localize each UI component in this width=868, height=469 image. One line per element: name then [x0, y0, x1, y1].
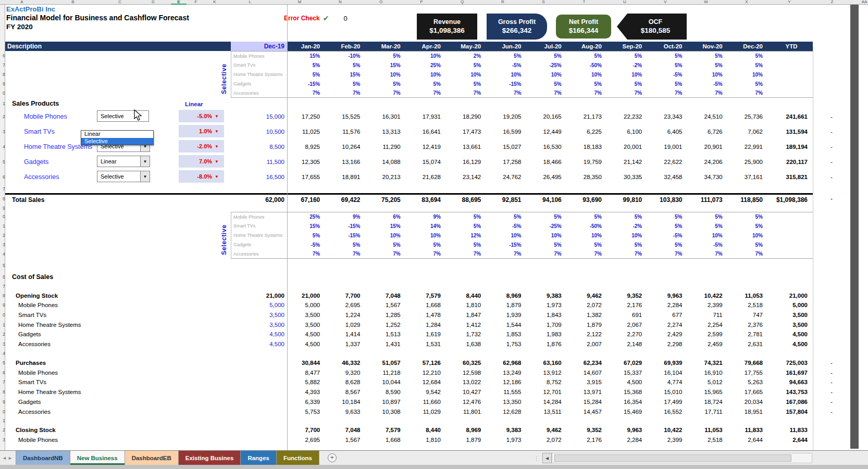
sheet-tab-dashboardeb[interactable]: DashboardEB [125, 451, 179, 465]
month-cell: 7,062 [730, 129, 770, 135]
month-cell: 5% [287, 233, 327, 238]
column-letter[interactable]: O [379, 0, 382, 5]
column-letter[interactable]: Y [788, 0, 790, 5]
month-cell: 103,830 [649, 196, 689, 204]
column-letter[interactable]: U [623, 0, 626, 5]
column-letter[interactable]: A [20, 0, 23, 5]
sheet-row: 2Gadgets4,5004,5001,4141,5131,6191,7321,… [0, 329, 868, 339]
sheet-tab-existing-busines[interactable]: Existing Busines [179, 451, 241, 465]
month-cell: 14,088 [368, 159, 408, 165]
month-cell: 5% [569, 81, 609, 87]
column-letter[interactable]: W [704, 0, 708, 5]
column-letter[interactable]: AA [862, 0, 867, 5]
column-letter[interactable]: K [213, 0, 216, 5]
column-letter[interactable]: R [501, 0, 504, 5]
month-cell: 1,853 [488, 331, 528, 337]
dec19-cell: 8,500 [231, 144, 287, 150]
month-cell: 7% [368, 251, 408, 257]
column-letter[interactable]: Q [461, 0, 464, 5]
ytd-cell: 3,500 [770, 322, 813, 328]
column-letter[interactable]: L [249, 0, 251, 5]
sheet-row: 7 [0, 184, 868, 193]
sheet-row: 1Sales ProductsLinear [0, 98, 868, 109]
row-description: Accessories [5, 407, 231, 416]
month-cell: 3,500 [287, 312, 327, 318]
month-cell: 8,440 [448, 293, 488, 299]
dropdown-option[interactable]: Selective [81, 138, 153, 145]
row-values: 5,0005,0002,6951,5671,6681,8101,8791,973… [231, 300, 813, 310]
month-cell: 5% [529, 214, 569, 220]
header-month: Aug-20 [569, 42, 609, 51]
month-cell: 10% [529, 72, 569, 78]
tab-nav-arrows[interactable]: ◄► [0, 451, 16, 465]
growth-type-dropdown[interactable]: Selective▼ [97, 171, 150, 182]
growth-rate-cell[interactable]: -5.0%▼ [179, 110, 224, 122]
sheet-tab-ranges[interactable]: Ranges [241, 451, 277, 465]
month-cell: 22,622 [649, 159, 689, 165]
header-month: Jul-20 [529, 42, 569, 51]
column-letter[interactable]: N [339, 0, 342, 5]
row-number: 0 [0, 310, 5, 320]
dropdown-arrow-button[interactable]: ▼ [140, 156, 150, 167]
dropdown-arrow-button[interactable]: ▼ [140, 171, 150, 182]
column-letter[interactable]: T [583, 0, 586, 5]
sheet-row: 9Mobile Phones5,0005,0002,6951,5671,6681… [0, 300, 868, 310]
sheet-tab-dashboardnb[interactable]: DashboardNB [16, 451, 70, 465]
month-cell: 2,518 [730, 302, 770, 308]
column-letter[interactable]: C [118, 0, 121, 5]
month-cell: 13,350 [488, 399, 528, 405]
column-letter[interactable]: V [664, 0, 666, 5]
dropdown-option[interactable]: Linear [81, 131, 153, 138]
month-cell: 1,337 [327, 341, 367, 347]
sheet-tab-functions[interactable]: Functions [277, 451, 319, 465]
month-cell: 5% [327, 242, 367, 248]
scrollbar-track[interactable] [552, 453, 812, 463]
month-cell: 14% [408, 223, 448, 229]
scrollbar-grip-icon[interactable]: ⋮ [534, 455, 539, 461]
row-description: Accessories [5, 339, 231, 349]
sheet-row: 6Mobile Phones15%-10%5%10%2%5%5%5%5%5%5%… [0, 51, 868, 60]
mini-product-label: Home Theatre Systems [231, 231, 287, 240]
month-cell: -2% [609, 62, 649, 68]
month-cell: 10% [408, 53, 448, 59]
column-letter[interactable]: F [195, 0, 197, 5]
column-letter[interactable]: E [177, 0, 180, 5]
kpi-ocf: OCF$180,585 [617, 14, 687, 40]
column-letter[interactable]: S [542, 0, 544, 5]
row-number: 3 [0, 339, 5, 349]
scrollbar-thumb[interactable] [554, 454, 791, 462]
month-cell: 10% [448, 72, 488, 78]
month-cell: 8,628 [327, 379, 367, 385]
growth-rate-cell[interactable]: 7.0%▼ [179, 155, 224, 168]
row-values [231, 416, 813, 425]
growth-rate-cell[interactable]: -2.0%▼ [179, 140, 224, 153]
ytd-cell: 241,661 [770, 113, 813, 120]
month-cell: 19,205 [488, 113, 528, 120]
month-cell: 26,495 [529, 174, 569, 180]
sheet-tab-new-business[interactable]: New Business [70, 451, 125, 465]
month-cell: 9,352 [569, 427, 609, 433]
column-letter[interactable]: D [152, 0, 155, 5]
month-cell: -5% [690, 242, 730, 248]
sheet-row: 6Mobile Phones8,4779,32011,21812,21012,5… [0, 367, 868, 377]
column-letter[interactable]: Z [831, 0, 834, 5]
month-cell: 8,969 [448, 427, 488, 433]
column-letter[interactable]: X [745, 0, 748, 5]
growth-rate-cell[interactable]: -8.0%▼ [179, 170, 224, 183]
row-values: Gadgets-15%5%5%5%5%-15%5%5%5%5%-5%5% [231, 79, 813, 88]
header-month: Feb-20 [327, 42, 367, 51]
column-letter[interactable]: M [298, 0, 302, 5]
growth-rate-cell[interactable]: 1.0%▼ [179, 125, 224, 137]
month-cell: 4,500 [287, 331, 327, 337]
row-number: 0 [0, 407, 5, 416]
month-cell: 5% [569, 242, 609, 248]
add-sheet-button[interactable]: + [328, 453, 337, 462]
row-values: 8,5008,92510,26411,29012,41913,66115,027… [231, 139, 813, 154]
column-letter[interactable]: P [420, 0, 423, 5]
row-label: Home Theatre Systems [18, 322, 81, 328]
growth-type-dropdown[interactable]: Linear▼ [97, 156, 150, 167]
month-cell: 62,234 [569, 360, 609, 366]
dash-cell: - [813, 113, 850, 120]
scroll-left-button[interactable]: ◀ [542, 453, 552, 463]
column-letter[interactable]: B [71, 0, 74, 5]
